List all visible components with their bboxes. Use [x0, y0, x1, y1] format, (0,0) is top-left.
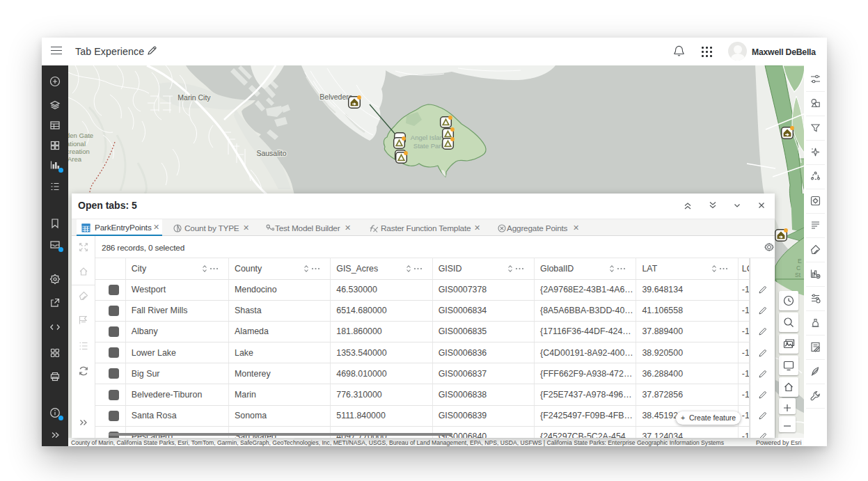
svg-text:Area: Area [68, 155, 82, 163]
svg-text:Angel Island: Angel Island [411, 134, 447, 141]
svg-text:State Park: State Park [413, 142, 445, 150]
svg-text:Sausalito: Sausalito [256, 149, 286, 157]
svg-text:Belvedere: Belvedere [319, 93, 352, 101]
svg-text:C: C [796, 265, 800, 271]
svg-text:den Gate: den Gate [68, 132, 93, 139]
svg-text:ational: ational [68, 140, 86, 148]
svg-text:E: E [798, 258, 802, 265]
svg-text:St: St [795, 271, 801, 278]
svg-text:Marin City: Marin City [177, 93, 211, 102]
svg-text:creation: creation [68, 148, 90, 155]
